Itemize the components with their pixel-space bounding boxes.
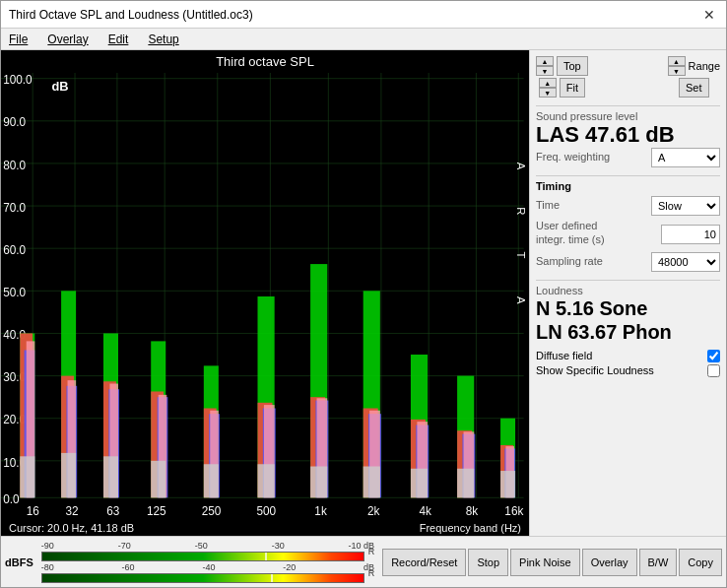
svg-text:1k: 1k	[314, 504, 327, 518]
svg-text:4k: 4k	[420, 504, 432, 518]
fit-button[interactable]: Fit	[560, 78, 585, 98]
scale-bot-0: -80	[41, 562, 54, 572]
fit-up-btn[interactable]	[539, 78, 557, 88]
svg-text:0.0: 0.0	[3, 492, 20, 506]
range-down-btn[interactable]	[668, 66, 686, 76]
diffuse-field-label: Diffuse field	[536, 350, 592, 361]
top-row: Top	[536, 56, 588, 76]
spl-section: Sound pressure level LAS 47.61 dB Freq. …	[536, 105, 720, 171]
svg-rect-82	[151, 461, 165, 497]
menu-bar: File Overlay Edit Setup	[1, 29, 726, 50]
sampling-label: Sampling rate	[536, 255, 603, 267]
chart-title: Third octave SPL	[1, 50, 529, 73]
svg-text:50.0: 50.0	[3, 286, 26, 299]
svg-text:100.0: 100.0	[3, 73, 33, 87]
chart-area: Third octave SPL	[1, 50, 529, 536]
chart-svg: 100.0 90.0 80.0 70.0 60.0 50.0 40.0 30.0…	[1, 73, 529, 520]
freq-weight-row: Freq. weighting A B C Z	[536, 148, 720, 167]
svg-text:32: 32	[65, 504, 78, 518]
svg-text:16k: 16k	[504, 504, 524, 518]
svg-text:dB: dB	[51, 79, 68, 94]
range-spinner	[668, 56, 686, 76]
svg-text:70.0: 70.0	[3, 200, 26, 214]
loudness-n-value: N 5.16 Sone	[536, 296, 720, 320]
user-integr-input[interactable]: 10	[661, 225, 720, 244]
main-window: Third Octave SPL and Loudness (Untitled.…	[0, 0, 727, 588]
svg-rect-85	[310, 467, 327, 498]
top-down-btn[interactable]	[536, 66, 554, 76]
svg-rect-87	[411, 469, 428, 498]
record-reset-button[interactable]: Record/Reset	[382, 549, 466, 576]
time-row: Time Slow Fast	[536, 196, 720, 216]
spl-label: Sound pressure level	[536, 110, 720, 122]
fit-spinner	[539, 78, 557, 98]
user-integr-row: User defined integr. time (s) 10	[536, 220, 720, 247]
scale-top-1: -70	[118, 541, 131, 551]
menu-overlay[interactable]: Overlay	[43, 32, 92, 47]
svg-text:125: 125	[147, 504, 166, 518]
diffuse-field-checkbox[interactable]	[707, 350, 720, 362]
svg-rect-89	[500, 471, 515, 497]
main-content: Third octave SPL	[1, 50, 726, 536]
svg-rect-83	[204, 464, 219, 497]
cursor-info: Cursor: 20.0 Hz, 41.18 dB	[9, 522, 134, 534]
freq-weight-label: Freq. weighting	[536, 151, 610, 163]
top-up-btn[interactable]	[536, 56, 554, 66]
copy-button[interactable]: Copy	[679, 549, 722, 576]
svg-text:63: 63	[106, 504, 119, 518]
bw-button[interactable]: B/W	[639, 549, 678, 576]
pink-noise-button[interactable]: Pink Noise	[510, 549, 580, 576]
window-title: Third Octave SPL and Loudness (Untitled.…	[9, 8, 253, 22]
svg-text:2k: 2k	[367, 504, 380, 518]
close-button[interactable]: ✕	[700, 6, 718, 24]
show-specific-checkbox[interactable]	[707, 364, 720, 377]
scale-bot-4: dB	[364, 562, 374, 572]
svg-text:16: 16	[27, 504, 39, 518]
chart-footer: Cursor: 20.0 Hz, 41.18 dB Frequency band…	[1, 520, 529, 536]
fit-row: Fit	[539, 78, 585, 98]
svg-rect-80	[61, 453, 76, 497]
svg-rect-86	[364, 467, 380, 498]
title-bar: Third Octave SPL and Loudness (Untitled.…	[1, 1, 726, 29]
scale-top-3: -30	[272, 541, 285, 551]
top-button[interactable]: Top	[557, 56, 588, 76]
scale-top-0: -90	[41, 541, 54, 551]
sampling-row: Sampling rate 48000 44100 96000	[536, 252, 720, 272]
svg-rect-81	[103, 456, 118, 497]
range-label: Range	[689, 60, 720, 72]
time-select[interactable]: Slow Fast	[651, 196, 720, 216]
svg-text:T: T	[515, 252, 527, 259]
svg-rect-84	[257, 464, 274, 497]
range-up-btn[interactable]	[668, 56, 686, 66]
sampling-select[interactable]: 48000 44100 96000	[651, 252, 720, 272]
top-spinner	[536, 56, 554, 76]
svg-text:90.0: 90.0	[3, 115, 26, 129]
svg-text:R: R	[515, 207, 527, 215]
svg-text:60.0: 60.0	[3, 243, 26, 257]
scale-top-2: -50	[195, 541, 208, 551]
stop-button[interactable]: Stop	[468, 549, 508, 576]
svg-text:80.0: 80.0	[3, 158, 26, 171]
svg-text:250: 250	[202, 504, 222, 518]
range-col: Range Set	[668, 56, 720, 98]
loudness-ln-value: LN 63.67 Phon	[536, 320, 720, 344]
fit-down-btn[interactable]	[539, 88, 557, 98]
right-panel: Top Fit	[529, 50, 726, 536]
bottom-buttons: Record/Reset Stop Pink Noise Overlay B/W…	[378, 545, 726, 580]
freq-weight-select[interactable]: A B C Z	[651, 148, 720, 167]
timing-title: Timing	[536, 180, 720, 192]
svg-text:8k: 8k	[466, 504, 479, 518]
overlay-button[interactable]: Overlay	[582, 549, 637, 576]
menu-file[interactable]: File	[5, 32, 32, 47]
scale-top-4: -10 dB	[349, 541, 375, 551]
diffuse-field-row: Diffuse field	[536, 350, 720, 362]
svg-text:A: A	[515, 296, 527, 304]
set-button[interactable]: Set	[679, 78, 709, 98]
menu-setup[interactable]: Setup	[144, 32, 182, 47]
scale-bot-1: -60	[122, 562, 135, 572]
range-row: Range	[668, 56, 720, 76]
time-label: Time	[536, 199, 560, 211]
dbfs-label: dBFS	[1, 556, 37, 568]
svg-rect-88	[457, 469, 474, 498]
menu-edit[interactable]: Edit	[104, 32, 133, 47]
